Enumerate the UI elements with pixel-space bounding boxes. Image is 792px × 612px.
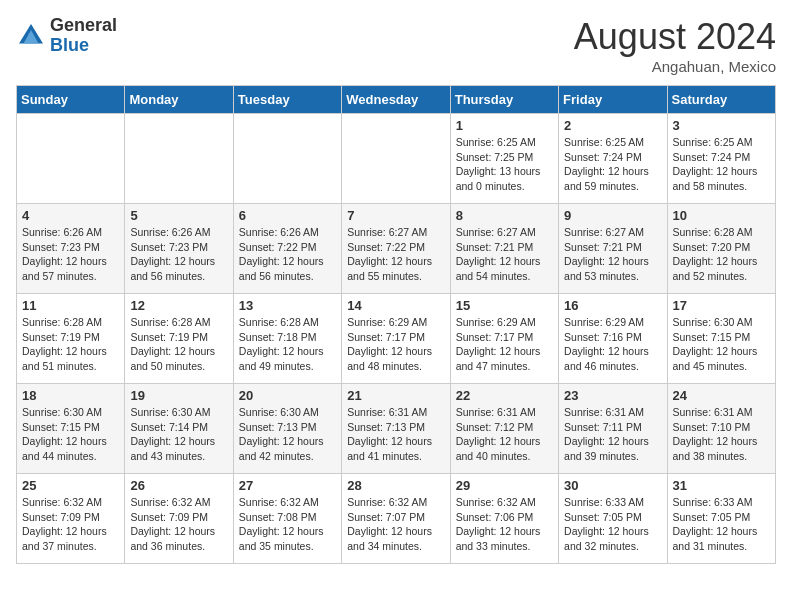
day-cell: 7Sunrise: 6:27 AMSunset: 7:22 PMDaylight… [342, 204, 450, 294]
day-number: 12 [130, 298, 227, 313]
day-cell: 25Sunrise: 6:32 AMSunset: 7:09 PMDayligh… [17, 474, 125, 564]
day-number: 23 [564, 388, 661, 403]
day-info: Sunrise: 6:32 AMSunset: 7:07 PMDaylight:… [347, 495, 444, 554]
day-cell: 31Sunrise: 6:33 AMSunset: 7:05 PMDayligh… [667, 474, 775, 564]
day-number: 16 [564, 298, 661, 313]
week-row-3: 11Sunrise: 6:28 AMSunset: 7:19 PMDayligh… [17, 294, 776, 384]
day-number: 11 [22, 298, 119, 313]
day-info: Sunrise: 6:32 AMSunset: 7:08 PMDaylight:… [239, 495, 336, 554]
day-info: Sunrise: 6:28 AMSunset: 7:19 PMDaylight:… [130, 315, 227, 374]
day-number: 30 [564, 478, 661, 493]
day-cell: 26Sunrise: 6:32 AMSunset: 7:09 PMDayligh… [125, 474, 233, 564]
day-info: Sunrise: 6:25 AMSunset: 7:24 PMDaylight:… [673, 135, 770, 194]
day-cell: 6Sunrise: 6:26 AMSunset: 7:22 PMDaylight… [233, 204, 341, 294]
title-block: August 2024 Angahuan, Mexico [574, 16, 776, 75]
logo: General Blue [16, 16, 117, 56]
day-number: 5 [130, 208, 227, 223]
day-number: 31 [673, 478, 770, 493]
day-number: 21 [347, 388, 444, 403]
day-info: Sunrise: 6:32 AMSunset: 7:09 PMDaylight:… [22, 495, 119, 554]
day-number: 28 [347, 478, 444, 493]
day-info: Sunrise: 6:29 AMSunset: 7:17 PMDaylight:… [347, 315, 444, 374]
day-number: 2 [564, 118, 661, 133]
day-cell: 3Sunrise: 6:25 AMSunset: 7:24 PMDaylight… [667, 114, 775, 204]
location: Angahuan, Mexico [574, 58, 776, 75]
day-cell [342, 114, 450, 204]
day-cell: 2Sunrise: 6:25 AMSunset: 7:24 PMDaylight… [559, 114, 667, 204]
day-info: Sunrise: 6:31 AMSunset: 7:11 PMDaylight:… [564, 405, 661, 464]
day-number: 4 [22, 208, 119, 223]
day-cell [233, 114, 341, 204]
day-cell: 23Sunrise: 6:31 AMSunset: 7:11 PMDayligh… [559, 384, 667, 474]
day-info: Sunrise: 6:27 AMSunset: 7:21 PMDaylight:… [564, 225, 661, 284]
day-info: Sunrise: 6:33 AMSunset: 7:05 PMDaylight:… [564, 495, 661, 554]
day-info: Sunrise: 6:32 AMSunset: 7:09 PMDaylight:… [130, 495, 227, 554]
day-cell: 9Sunrise: 6:27 AMSunset: 7:21 PMDaylight… [559, 204, 667, 294]
day-cell: 11Sunrise: 6:28 AMSunset: 7:19 PMDayligh… [17, 294, 125, 384]
day-cell: 12Sunrise: 6:28 AMSunset: 7:19 PMDayligh… [125, 294, 233, 384]
logo-general: General [50, 16, 117, 36]
day-cell: 21Sunrise: 6:31 AMSunset: 7:13 PMDayligh… [342, 384, 450, 474]
week-row-4: 18Sunrise: 6:30 AMSunset: 7:15 PMDayligh… [17, 384, 776, 474]
day-cell: 13Sunrise: 6:28 AMSunset: 7:18 PMDayligh… [233, 294, 341, 384]
day-info: Sunrise: 6:33 AMSunset: 7:05 PMDaylight:… [673, 495, 770, 554]
header-cell-sunday: Sunday [17, 86, 125, 114]
day-number: 1 [456, 118, 553, 133]
logo-text: General Blue [50, 16, 117, 56]
day-info: Sunrise: 6:27 AMSunset: 7:21 PMDaylight:… [456, 225, 553, 284]
day-info: Sunrise: 6:28 AMSunset: 7:18 PMDaylight:… [239, 315, 336, 374]
day-cell: 1Sunrise: 6:25 AMSunset: 7:25 PMDaylight… [450, 114, 558, 204]
day-info: Sunrise: 6:29 AMSunset: 7:17 PMDaylight:… [456, 315, 553, 374]
logo-blue: Blue [50, 36, 117, 56]
day-cell: 30Sunrise: 6:33 AMSunset: 7:05 PMDayligh… [559, 474, 667, 564]
day-cell: 16Sunrise: 6:29 AMSunset: 7:16 PMDayligh… [559, 294, 667, 384]
day-number: 14 [347, 298, 444, 313]
day-info: Sunrise: 6:30 AMSunset: 7:13 PMDaylight:… [239, 405, 336, 464]
day-cell: 10Sunrise: 6:28 AMSunset: 7:20 PMDayligh… [667, 204, 775, 294]
month-year: August 2024 [574, 16, 776, 58]
day-number: 29 [456, 478, 553, 493]
day-info: Sunrise: 6:26 AMSunset: 7:23 PMDaylight:… [130, 225, 227, 284]
day-number: 20 [239, 388, 336, 403]
day-number: 13 [239, 298, 336, 313]
day-number: 25 [22, 478, 119, 493]
header-cell-friday: Friday [559, 86, 667, 114]
header-cell-tuesday: Tuesday [233, 86, 341, 114]
day-info: Sunrise: 6:30 AMSunset: 7:15 PMDaylight:… [673, 315, 770, 374]
header-cell-thursday: Thursday [450, 86, 558, 114]
day-info: Sunrise: 6:26 AMSunset: 7:23 PMDaylight:… [22, 225, 119, 284]
day-number: 17 [673, 298, 770, 313]
day-cell: 20Sunrise: 6:30 AMSunset: 7:13 PMDayligh… [233, 384, 341, 474]
header-cell-saturday: Saturday [667, 86, 775, 114]
day-info: Sunrise: 6:30 AMSunset: 7:15 PMDaylight:… [22, 405, 119, 464]
day-info: Sunrise: 6:25 AMSunset: 7:25 PMDaylight:… [456, 135, 553, 194]
day-cell: 27Sunrise: 6:32 AMSunset: 7:08 PMDayligh… [233, 474, 341, 564]
day-info: Sunrise: 6:27 AMSunset: 7:22 PMDaylight:… [347, 225, 444, 284]
day-number: 3 [673, 118, 770, 133]
day-number: 8 [456, 208, 553, 223]
day-cell: 17Sunrise: 6:30 AMSunset: 7:15 PMDayligh… [667, 294, 775, 384]
day-cell [125, 114, 233, 204]
page-header: General Blue August 2024 Angahuan, Mexic… [16, 16, 776, 75]
day-info: Sunrise: 6:28 AMSunset: 7:19 PMDaylight:… [22, 315, 119, 374]
day-number: 6 [239, 208, 336, 223]
day-cell: 18Sunrise: 6:30 AMSunset: 7:15 PMDayligh… [17, 384, 125, 474]
day-cell: 19Sunrise: 6:30 AMSunset: 7:14 PMDayligh… [125, 384, 233, 474]
day-info: Sunrise: 6:32 AMSunset: 7:06 PMDaylight:… [456, 495, 553, 554]
day-cell: 8Sunrise: 6:27 AMSunset: 7:21 PMDaylight… [450, 204, 558, 294]
day-number: 22 [456, 388, 553, 403]
day-cell: 14Sunrise: 6:29 AMSunset: 7:17 PMDayligh… [342, 294, 450, 384]
header-cell-monday: Monday [125, 86, 233, 114]
day-info: Sunrise: 6:31 AMSunset: 7:12 PMDaylight:… [456, 405, 553, 464]
day-info: Sunrise: 6:31 AMSunset: 7:13 PMDaylight:… [347, 405, 444, 464]
day-info: Sunrise: 6:26 AMSunset: 7:22 PMDaylight:… [239, 225, 336, 284]
day-cell: 28Sunrise: 6:32 AMSunset: 7:07 PMDayligh… [342, 474, 450, 564]
day-cell: 5Sunrise: 6:26 AMSunset: 7:23 PMDaylight… [125, 204, 233, 294]
day-info: Sunrise: 6:31 AMSunset: 7:10 PMDaylight:… [673, 405, 770, 464]
day-number: 9 [564, 208, 661, 223]
day-cell: 22Sunrise: 6:31 AMSunset: 7:12 PMDayligh… [450, 384, 558, 474]
week-row-1: 1Sunrise: 6:25 AMSunset: 7:25 PMDaylight… [17, 114, 776, 204]
day-number: 19 [130, 388, 227, 403]
day-number: 26 [130, 478, 227, 493]
day-cell [17, 114, 125, 204]
